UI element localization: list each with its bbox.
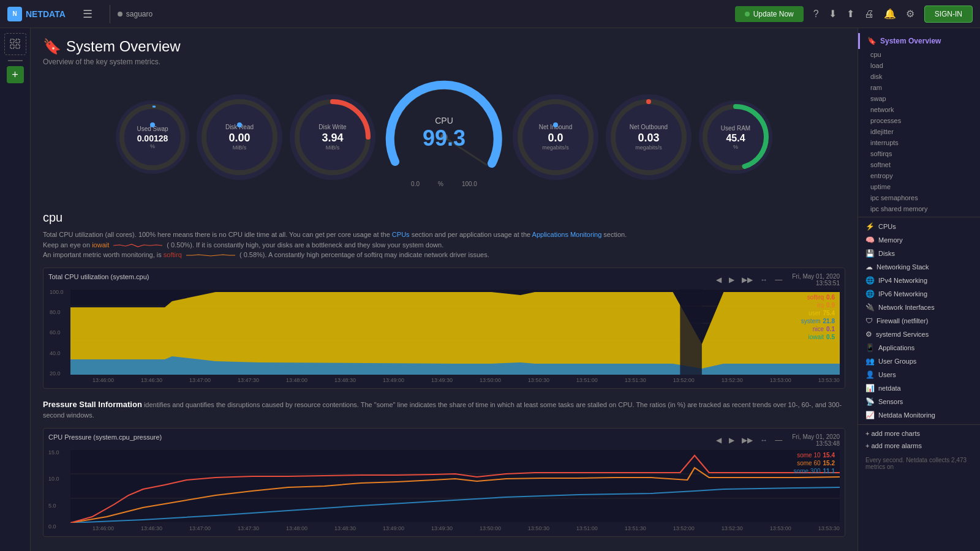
upload-icon[interactable]: ⬆ [846,8,854,20]
gauge-svg-diskread [197,94,282,180]
legend-softirq: softirq 0.6 [807,294,835,301]
gauge-svg-netinbound [513,94,598,180]
pressure-reset-btn[interactable]: ↔ [758,435,770,446]
sidebar-item-ram[interactable]: ram [858,82,980,93]
pressure-next-btn[interactable]: ▶▶ [739,435,755,446]
settings-icon[interactable]: ⚙ [906,8,914,20]
sidebar-divider [8,60,23,61]
sidebar-item-load[interactable]: load [858,60,980,71]
sidebar-group-systemd[interactable]: ⚙ systemd Services [858,328,980,341]
download-icon[interactable]: ⬇ [829,8,837,20]
chart-controls[interactable]: ◀ ▶ ▶▶ ↔ — [714,274,785,285]
sidebar-group-netdata[interactable]: 📊 netdata [858,381,980,395]
update-button[interactable]: Update Now [735,6,804,22]
add-more-charts[interactable]: + add more charts [858,427,980,440]
sidebar-item-entropy[interactable]: entropy [858,170,980,181]
applications-icon: 📱 [865,343,875,352]
pressure-play-btn[interactable]: ▶ [726,435,737,446]
chart-next-btn[interactable]: ▶▶ [739,274,755,285]
pressure-chart-svg [70,449,840,523]
sidebar-group-user-groups[interactable]: 👥 User Groups [858,354,980,368]
cpu-chart-body: 100.0 80.0 60.0 40.0 20.0 percentage [48,289,840,383]
sidebar-group-memory[interactable]: 🧠 Memory [858,233,980,247]
sidebar-footer: Every second. Netdata collects 2,473 met… [858,452,980,475]
svg-rect-0 [10,39,14,43]
cpu-chart-plot: percentage [70,289,840,383]
legend-irq: irq 0.9 [817,302,835,309]
sidebar-item-uptime[interactable]: uptime [858,181,980,192]
apps-monitoring-link[interactable]: Applications Monitoring [532,231,602,238]
svg-rect-1 [16,39,20,43]
pressure-menu-btn[interactable]: — [772,435,785,446]
cpu-min: 0.0 [411,181,420,187]
sidebar-group-sensors[interactable]: 📡 Sensors [858,395,980,408]
add-dashboard-button[interactable]: + [7,66,24,83]
dashboard-icon-box[interactable] [4,33,26,55]
print-icon[interactable]: 🖨 [864,9,874,20]
sidebar-group-network-interfaces[interactable]: 🔌 Network Interfaces [858,301,980,314]
pressure-prev-btn[interactable]: ◀ [714,435,724,446]
sidebar-group-disks[interactable]: 💾 Disks [858,247,980,260]
sidebar-item-idlejitter[interactable]: idlejitter [858,126,980,137]
memory-icon: 🧠 [865,236,875,244]
sidebar-item-processes[interactable]: processes [858,115,980,126]
legend-some10: some 10 15.4 [797,452,835,459]
svg-point-8 [237,122,242,127]
chart-menu-btn[interactable]: — [772,274,785,285]
pressure-chart-body: 15.0 10.0 5.0 0.0 percentage [48,449,840,531]
sidebar-item-disk[interactable]: disk [858,71,980,82]
legend-iowait: iowait 0.5 [809,334,835,340]
gauges-row: Used Swap 0.00128 % Disk Read 0.00 MiB/s [43,76,845,198]
ipv6-icon: 🌐 [865,290,875,298]
netdata-monitoring-icon: 📈 [865,411,875,419]
chart-reset-btn[interactable]: ↔ [758,274,770,285]
signin-button[interactable]: SIGN-IN [924,6,973,23]
svg-point-12 [520,102,591,173]
gauge-svg-swap [116,100,189,174]
sidebar-group-firewall[interactable]: 🛡 Firewall (netfilter) [858,314,980,328]
sidebar-divider-2 [858,424,980,425]
cpus-icon: ⚡ [865,222,875,231]
cpu-unit: % [438,181,443,187]
sidebar-item-ipc-shared-memory[interactable]: ipc shared memory [858,203,980,214]
sidebar-item-ipc-semaphores[interactable]: ipc semaphores [858,192,980,203]
sidebar-item-network[interactable]: network [858,104,980,115]
pressure-section: Pressure Stall Information identifies an… [43,399,845,537]
sidebar-group-users[interactable]: 👤 Users [858,368,980,381]
gauge-used-swap: Used Swap 0.00128 % [116,100,189,174]
app-logo: N NETDATA [7,7,66,21]
nav-divider [110,5,110,23]
user-groups-icon: 👥 [865,357,875,365]
cpus-link[interactable]: CPUs [392,231,410,238]
cpu-chart-svg [70,289,840,375]
update-dot [745,12,750,17]
sidebar-item-cpu[interactable]: cpu [858,49,980,60]
nav-icons: ? ⬇ ⬆ 🖨 🔔 ⚙ [813,8,914,20]
notifications-icon[interactable]: 🔔 [884,8,896,20]
pressure-chart-header: CPU Pressure (system.cpu_pressure) ◀ ▶ ▶… [48,433,840,447]
pressure-chart-legend: some 10 15.4 some 60 15.2 some 300 [794,452,835,474]
sidebar-group-networking-stack[interactable]: ☁ Networking Stack [858,260,980,274]
chart-play-btn[interactable]: ▶ [726,274,737,285]
add-charts-label: + add more charts [865,430,920,437]
sidebar-group-ipv4[interactable]: 🌐 IPv4 Networking [858,274,980,287]
pressure-chart-plot: percentage [70,449,840,531]
add-more-alarms[interactable]: + add more alarms [858,440,980,452]
sidebar-group-ipv6[interactable]: 🌐 IPv6 Networking [858,287,980,301]
sidebar-group-cpus[interactable]: ⚡ CPUs [858,220,980,233]
sidebar-group-netdata-monitoring[interactable]: 📈 Netdata Monitoring [858,408,980,422]
chart-prev-btn[interactable]: ◀ [714,274,724,285]
hamburger-button[interactable]: ☰ [78,5,97,23]
logo-icon: N [7,7,22,21]
svg-rect-2 [10,45,14,48]
gauge-svg-netoutbound [606,94,692,180]
pressure-chart-controls[interactable]: ◀ ▶ ▶▶ ↔ — [714,435,785,446]
sidebar-item-interrupts[interactable]: interrupts [858,137,980,148]
sidebar-item-softirqs[interactable]: softirqs [858,148,980,159]
add-alarms-label: + add more alarms [865,442,922,449]
pressure-chart: CPU Pressure (system.cpu_pressure) ◀ ▶ ▶… [43,428,845,537]
help-icon[interactable]: ? [813,9,819,20]
sidebar-item-softnet[interactable]: softnet [858,159,980,170]
sidebar-group-applications[interactable]: 📱 Applications [858,341,980,354]
sidebar-item-swap[interactable]: swap [858,93,980,104]
